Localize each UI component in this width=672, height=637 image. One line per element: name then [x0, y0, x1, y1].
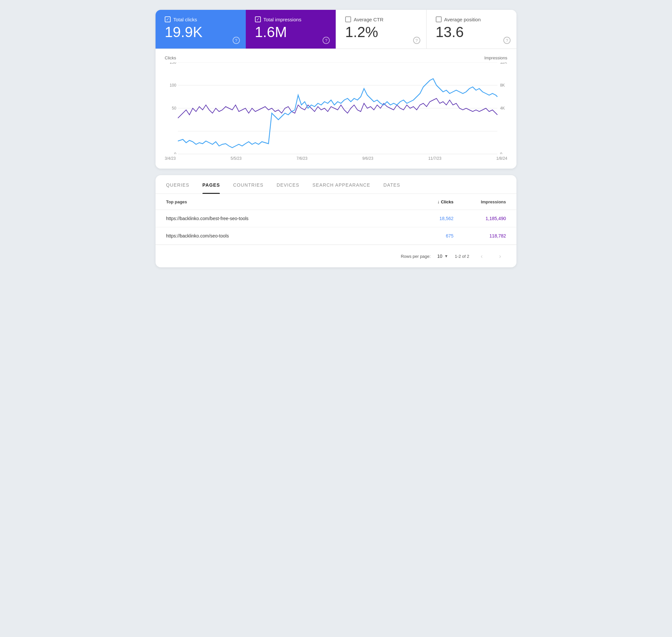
svg-text:0: 0 [500, 152, 502, 154]
col-clicks-header[interactable]: ↓ Clicks [401, 199, 454, 204]
svg-text:100: 100 [170, 83, 176, 88]
chart-axis-labels: Clicks Impressions [165, 55, 507, 60]
x-label-3: 7/6/23 [297, 156, 307, 161]
table-card: QUERIES PAGES COUNTRIES DEVICES SEARCH A… [156, 175, 516, 267]
chart-left-axis-label: Clicks [165, 55, 176, 60]
average-ctr-metric[interactable]: Average CTR 1.2% ? [336, 10, 426, 49]
total-clicks-checkbox[interactable]: ✓ [165, 16, 171, 22]
svg-text:50: 50 [172, 106, 177, 111]
rows-per-page-label: Rows per page: [401, 254, 430, 259]
total-clicks-value: 19.9K [165, 25, 236, 39]
svg-text:12K: 12K [500, 62, 507, 65]
total-impressions-value: 1.6M [255, 25, 327, 39]
col-impressions-header[interactable]: Impressions [454, 199, 506, 204]
x-label-4: 9/6/23 [362, 156, 373, 161]
total-impressions-checkbox[interactable]: ✓ [255, 16, 261, 22]
total-impressions-metric[interactable]: ✓ Total impressions 1.6M ? [246, 10, 336, 49]
row-1-impressions: 1,185,490 [454, 216, 506, 221]
table-row: https://backlinko.com/seo-tools 675 118,… [156, 227, 516, 245]
tab-dates[interactable]: DATES [383, 175, 400, 194]
total-impressions-label: ✓ Total impressions [255, 16, 327, 22]
rows-per-page-select[interactable]: 10 ▼ [437, 254, 448, 259]
col-page-header: Top pages [166, 199, 401, 204]
tabs-row: QUERIES PAGES COUNTRIES DEVICES SEARCH A… [156, 175, 516, 194]
tab-search-appearance[interactable]: SEARCH APPEARANCE [312, 175, 370, 194]
total-clicks-help-icon[interactable]: ? [233, 37, 240, 44]
pagination-next-button[interactable]: › [494, 250, 506, 262]
total-clicks-metric[interactable]: ✓ Total clicks 19.9K ? [156, 10, 246, 49]
tab-queries[interactable]: QUERIES [166, 175, 189, 194]
chart-area: Clicks Impressions 150 100 50 0 12K 8K 4… [156, 49, 516, 169]
average-position-value: 13.6 [436, 25, 508, 39]
row-2-impressions: 118,782 [454, 233, 506, 238]
chart-container: 150 100 50 0 12K 8K 4K 0 [165, 62, 507, 154]
x-label-2: 5/5/23 [231, 156, 242, 161]
row-1-clicks: 18,562 [401, 216, 454, 221]
metrics-card: ✓ Total clicks 19.9K ? ✓ Total impressio… [156, 10, 516, 169]
dropdown-arrow-icon: ▼ [444, 254, 448, 258]
x-label-6: 1/8/24 [496, 156, 507, 161]
table-row: https://backlinko.com/best-free-seo-tool… [156, 210, 516, 227]
average-position-label: Average position [436, 16, 508, 22]
metrics-row: ✓ Total clicks 19.9K ? ✓ Total impressio… [156, 10, 516, 49]
pagination-range: 1-2 of 2 [455, 254, 469, 259]
svg-text:4K: 4K [500, 106, 505, 111]
table-header: Top pages ↓ Clicks Impressions [156, 194, 516, 210]
row-2-clicks: 675 [401, 233, 454, 238]
row-2-url[interactable]: https://backlinko.com/seo-tools [166, 233, 401, 238]
total-clicks-label: ✓ Total clicks [165, 16, 236, 22]
average-position-checkbox[interactable] [436, 16, 442, 22]
average-ctr-value: 1.2% [345, 25, 417, 39]
average-position-help-icon[interactable]: ? [503, 37, 511, 44]
average-ctr-help-icon[interactable]: ? [413, 37, 420, 44]
pagination-prev-button[interactable]: ‹ [476, 250, 488, 262]
pagination-row: Rows per page: 10 ▼ 1-2 of 2 ‹ › [156, 245, 516, 267]
average-position-metric[interactable]: Average position 13.6 ? [426, 10, 517, 49]
svg-text:150: 150 [170, 62, 176, 65]
x-label-5: 11/7/23 [428, 156, 441, 161]
sort-arrow-icon: ↓ [437, 199, 440, 204]
tab-countries[interactable]: COUNTRIES [233, 175, 264, 194]
x-label-1: 3/4/23 [165, 156, 176, 161]
row-1-url[interactable]: https://backlinko.com/best-free-seo-tool… [166, 216, 401, 221]
average-ctr-checkbox[interactable] [345, 16, 351, 22]
tab-pages[interactable]: PAGES [202, 175, 220, 194]
chart-right-axis-label: Impressions [484, 55, 507, 60]
total-impressions-help-icon[interactable]: ? [322, 37, 330, 44]
svg-text:8K: 8K [500, 83, 505, 88]
chart-x-labels: 3/4/23 5/5/23 7/6/23 9/6/23 11/7/23 1/8/… [165, 154, 507, 162]
average-ctr-label: Average CTR [345, 16, 417, 22]
tab-devices[interactable]: DEVICES [277, 175, 299, 194]
chart-svg: 150 100 50 0 12K 8K 4K 0 [165, 62, 507, 154]
svg-text:0: 0 [174, 152, 176, 154]
